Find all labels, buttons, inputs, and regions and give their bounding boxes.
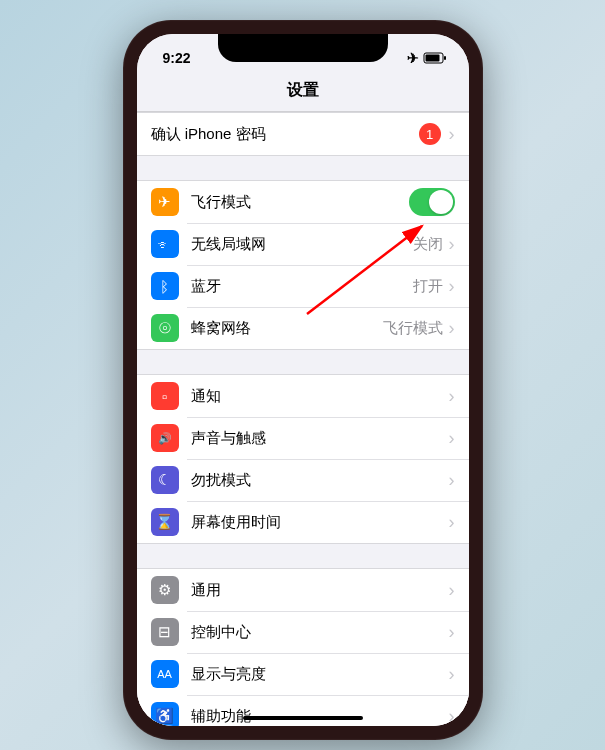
chevron-right-icon: › [449,276,455,297]
chevron-right-icon: › [449,580,455,601]
settings-scroll[interactable]: 确认 iPhone 密码1›✈飞行模式ᯤ无线局域网关闭›ᛒ蓝牙打开›⦾蜂窝网络飞… [137,112,469,726]
chevron-right-icon: › [449,622,455,643]
chevron-right-icon: › [449,124,455,145]
cell-label: 声音与触感 [191,429,449,448]
cell-label: 无线局域网 [191,235,413,254]
settings-cell[interactable]: ᛒ蓝牙打开› [137,265,469,307]
settings-group: ▫通知›🔊声音与触感›☾勿扰模式›⌛屏幕使用时间› [137,374,469,544]
settings-group: ✈飞行模式ᯤ无线局域网关闭›ᛒ蓝牙打开›⦾蜂窝网络飞行模式› [137,180,469,350]
cell-value: 飞行模式 [383,319,443,338]
accessibility-icon: ♿ [151,702,179,726]
chevron-right-icon: › [449,470,455,491]
notch [218,34,388,62]
settings-cell[interactable]: ♿辅助功能› [137,695,469,726]
chevron-right-icon: › [449,664,455,685]
cell-value: 打开 [413,277,443,296]
settings-cell[interactable]: AA显示与亮度› [137,653,469,695]
settings-group: 确认 iPhone 密码1› [137,112,469,156]
battery-icon [423,52,447,64]
settings-cell[interactable]: ▫通知› [137,375,469,417]
toggle-switch[interactable] [409,188,455,216]
chevron-right-icon: › [449,386,455,407]
screentime-icon: ⌛ [151,508,179,536]
chevron-right-icon: › [449,512,455,533]
settings-cell[interactable]: ⚙通用› [137,569,469,611]
chevron-right-icon: › [449,706,455,727]
cell-value: 关闭 [413,235,443,254]
status-time: 9:22 [157,50,191,66]
notification-badge: 1 [419,123,441,145]
cell-label: 蜂窝网络 [191,319,383,338]
airplane-icon: ✈ [151,188,179,216]
svg-rect-1 [444,56,446,60]
chevron-right-icon: › [449,318,455,339]
wifi-icon: ᯤ [151,230,179,258]
general-icon: ⚙ [151,576,179,604]
cellular-icon: ⦾ [151,314,179,342]
phone-screen: 9:22 ✈ 设置 确认 iPhone 密码1›✈飞行模式ᯤ无线局域网关闭›ᛒ蓝… [137,34,469,726]
cell-label: 蓝牙 [191,277,413,296]
airplane-status-icon: ✈ [407,50,419,66]
settings-cell[interactable]: ⌛屏幕使用时间› [137,501,469,543]
cell-label: 飞行模式 [191,193,409,212]
notifications-icon: ▫ [151,382,179,410]
cell-label: 勿扰模式 [191,471,449,490]
dnd-icon: ☾ [151,466,179,494]
settings-cell[interactable]: ☾勿扰模式› [137,459,469,501]
settings-cell[interactable]: 🔊声音与触感› [137,417,469,459]
chevron-right-icon: › [449,234,455,255]
cell-label: 显示与亮度 [191,665,449,684]
phone-frame: 9:22 ✈ 设置 确认 iPhone 密码1›✈飞行模式ᯤ无线局域网关闭›ᛒ蓝… [123,20,483,740]
settings-group: ⚙通用›⊟控制中心›AA显示与亮度›♿辅助功能›❀墙纸›◉Siri 与搜索›☺面… [137,568,469,726]
settings-cell[interactable]: ᯤ无线局域网关闭› [137,223,469,265]
svg-rect-2 [425,55,439,62]
cell-label: 确认 iPhone 密码 [151,125,419,144]
display-icon: AA [151,660,179,688]
cell-label: 通用 [191,581,449,600]
cell-label: 通知 [191,387,449,406]
bluetooth-icon: ᛒ [151,272,179,300]
cell-label: 屏幕使用时间 [191,513,449,532]
settings-cell[interactable]: ⦾蜂窝网络飞行模式› [137,307,469,349]
status-indicators: ✈ [407,50,449,66]
home-indicator[interactable] [243,716,363,720]
control-center-icon: ⊟ [151,618,179,646]
sounds-icon: 🔊 [151,424,179,452]
settings-cell[interactable]: 确认 iPhone 密码1› [137,113,469,155]
chevron-right-icon: › [449,428,455,449]
cell-label: 控制中心 [191,623,449,642]
settings-cell[interactable]: ✈飞行模式 [137,181,469,223]
page-title: 设置 [137,74,469,112]
settings-cell[interactable]: ⊟控制中心› [137,611,469,653]
